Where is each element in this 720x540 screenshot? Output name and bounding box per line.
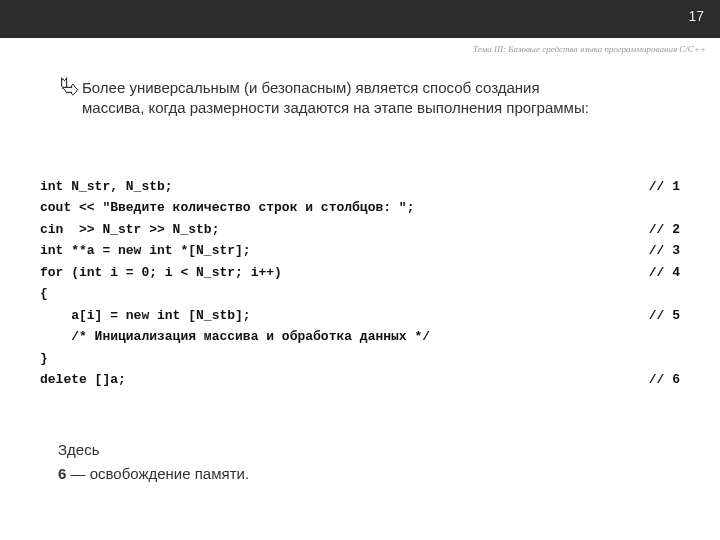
footer-text: Здесь 6 — освобождение памяти. xyxy=(58,438,249,486)
code-line: cout << "Введите количество строк и стол… xyxy=(40,197,680,218)
code-line: for (int i = 0; i < N_str; i++)// 4 xyxy=(40,262,680,283)
header-bar xyxy=(0,0,720,38)
code-line: a[i] = new int [N_stb];// 5 xyxy=(40,305,680,326)
code-line: { xyxy=(40,283,680,304)
bullet-icon: ⮱ xyxy=(60,74,80,101)
intro-text: ⮱ Более универсальным (и безопасным) явл… xyxy=(82,78,660,119)
code-line: } xyxy=(40,348,680,369)
code-block: int N_str, N_stb;// 1 cout << "Введите к… xyxy=(40,176,680,390)
intro-line-2: массива, когда размерности задаются на э… xyxy=(82,99,589,116)
header-subtitle: Тема III: Базовые средства языка програм… xyxy=(473,44,706,54)
footer-label: Здесь xyxy=(58,438,249,462)
code-line: /* Инициализация массива и обработка дан… xyxy=(40,326,680,347)
code-line: int N_str, N_stb;// 1 xyxy=(40,176,680,197)
code-line: delete []a;// 6 xyxy=(40,369,680,390)
footer-point: 6 — освобождение памяти. xyxy=(58,462,249,486)
intro-line-1: Более универсальным (и безопасным) являе… xyxy=(82,79,540,96)
page-number: 17 xyxy=(688,8,704,24)
code-line: int **a = new int *[N_str];// 3 xyxy=(40,240,680,261)
code-line: cin >> N_str >> N_stb;// 2 xyxy=(40,219,680,240)
footer-point-text: — освобождение памяти. xyxy=(66,465,249,482)
